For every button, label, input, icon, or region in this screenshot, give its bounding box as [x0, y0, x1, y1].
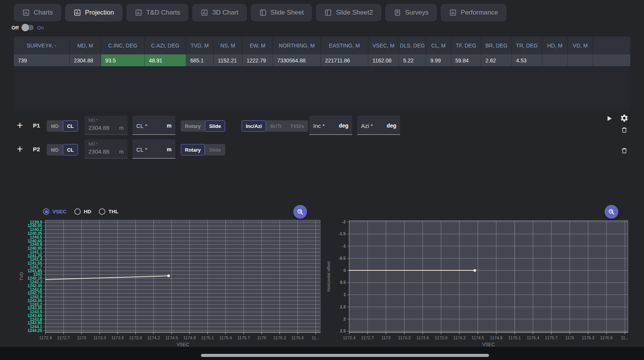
mode-toggle-slide-button[interactable]: Slide [205, 120, 225, 132]
tab-slide-sheet[interactable]: Slide Sheet [251, 4, 312, 21]
field-unit: m [167, 123, 172, 129]
cell-tvd-m[interactable]: 685.1 [186, 54, 214, 66]
settings-button[interactable] [620, 114, 629, 123]
svg-text:1173.6: 1173.6 [111, 335, 124, 340]
svg-text:1175.4: 1175.4 [219, 335, 232, 340]
field-label: MD * [88, 118, 124, 123]
cell-vsec-m[interactable]: 1162.08 [368, 54, 399, 66]
cell-cl-m[interactable]: 9.99 [426, 54, 451, 66]
svg-text:TVD: TVD [19, 272, 24, 280]
cell-survey[interactable]: 739 [14, 54, 70, 66]
md-cl-toggle-md-button[interactable]: MD [47, 144, 63, 155]
tvd-plot-area[interactable]: 1239.91240.051240.21240.351240.51240.651… [14, 203, 320, 348]
field-label: CL * [136, 123, 147, 129]
mode-toggle-rotary-button[interactable]: Rotary [181, 144, 205, 155]
svg-text:1173: 1173 [381, 335, 391, 340]
tab-label: 3D Chart [212, 9, 238, 16]
svg-text:1174.2: 1174.2 [453, 335, 466, 340]
offset-plot-area[interactable]: -2-1.5-1-0.500.511.522.51172.41172.71173… [325, 203, 632, 348]
trash-icon [621, 126, 628, 134]
radio-label: THL [108, 209, 118, 214]
delete-p1-button[interactable] [621, 126, 628, 134]
toggle-switch[interactable] [22, 25, 34, 30]
tab-t-d-charts[interactable]: T&D Charts [126, 4, 189, 21]
svg-text:1174.8: 1174.8 [183, 335, 196, 340]
tab-surveys[interactable]: Surveys [385, 4, 437, 21]
field-label: Inc * [313, 123, 325, 129]
radio-hd[interactable]: HD [74, 208, 92, 215]
mode-toggle-rotary-button[interactable]: Rotary [181, 120, 205, 132]
field-unit: m [167, 146, 172, 152]
cell-md-m[interactable]: 2304.88 [70, 54, 101, 66]
svg-text:1173.9: 1173.9 [435, 335, 448, 340]
cell-hd-m[interactable] [542, 54, 568, 66]
radio-vsec[interactable]: VSEC [43, 208, 67, 215]
md-cl-toggle-cl-button[interactable]: CL [63, 120, 78, 132]
projection-row-p1: +P1MDCLMD *2304.88mCL *mRotarySlideInc/A… [0, 116, 644, 136]
svg-text:1176.3: 1176.3 [582, 335, 595, 340]
md-input[interactable]: MD *2304.88m [85, 139, 127, 159]
cell-easting-m[interactable]: 221711.86 [321, 54, 368, 66]
column-header-tf-deg: TF, DEG [451, 36, 481, 54]
cell-br-deg[interactable]: 2.62 [481, 54, 512, 66]
scrollbar-thumb[interactable] [201, 354, 489, 357]
svg-text:2.5: 2.5 [340, 329, 346, 333]
layout-icon [324, 9, 332, 16]
method-toggle-inc-azi-button[interactable]: Inc/Azi [242, 120, 266, 132]
method-toggle-tf-dls-button[interactable]: Tf/Dls [286, 120, 308, 132]
cell-tr-deg[interactable]: 4.53 [512, 54, 542, 66]
cell-c-inc-deg[interactable]: 93.5 [101, 54, 145, 66]
cell-ns-m[interactable]: 1152.21 [214, 54, 242, 66]
zoom-reset-button[interactable] [293, 205, 307, 219]
add-point-button[interactable]: + [17, 144, 23, 154]
zoom-reset-button[interactable] [605, 205, 618, 219]
delete-p2-button[interactable] [621, 147, 628, 154]
md-cl-toggle-md-button[interactable]: MD [47, 120, 63, 132]
cell-dls-deg[interactable]: 5.22 [399, 54, 426, 66]
toggle-knob[interactable] [21, 24, 29, 31]
projection-row-p2: +P2MDCLMD *2304.88mCL *mRotarySlide [0, 139, 644, 159]
md-cl-toggle-cl-button[interactable]: CL [63, 144, 78, 155]
run-projection-button[interactable] [606, 115, 613, 122]
svg-text:11...: 11... [312, 335, 320, 340]
inc-input[interactable]: Inc *deg [309, 116, 352, 135]
tab-projection[interactable]: Projection [65, 4, 123, 21]
tab-charts[interactable]: Charts [14, 4, 61, 21]
svg-text:1176.3: 1176.3 [273, 335, 286, 340]
column-header-filler [593, 36, 630, 54]
cell-vd-m[interactable] [568, 54, 593, 66]
svg-text:1172.7: 1172.7 [57, 335, 70, 340]
bar-chart-icon [449, 9, 457, 16]
svg-text:1172.4: 1172.4 [39, 335, 52, 340]
azi-input[interactable]: Azi *deg [357, 116, 400, 135]
column-header-ew-m: EW, M [242, 36, 273, 54]
cell-ew-m[interactable]: 1222.79 [242, 54, 273, 66]
add-point-button[interactable]: + [17, 120, 23, 131]
md-cl-toggle: MDCL [47, 120, 78, 132]
cell-tf-deg[interactable]: 59.84 [451, 54, 481, 66]
bottom-scrollbar-track[interactable] [0, 347, 644, 360]
column-header-br-deg: BR, DEG [481, 36, 512, 54]
tab-label: Surveys [405, 9, 428, 16]
cell-northing-m[interactable]: 7330564.88 [273, 54, 321, 66]
radio-icon [99, 208, 105, 215]
svg-text:1: 1 [343, 292, 346, 297]
cell-c-azi-deg[interactable]: 48.91 [145, 54, 186, 66]
svg-text:VSEC: VSEC [482, 342, 495, 347]
svg-text:1175.1: 1175.1 [201, 335, 214, 340]
x-axis-mode-radios: VSECHDTHL [43, 208, 119, 215]
method-toggle-br-tr-button[interactable]: Br/Tr [266, 120, 286, 132]
tab-3d-chart[interactable]: 3D Chart [192, 4, 247, 21]
radio-icon [43, 208, 49, 215]
cl-input[interactable]: CL *m [132, 139, 175, 159]
radio-thl[interactable]: THL [99, 208, 118, 215]
projection-page: ChartsProjectionT&D Charts3D ChartSlide … [0, 0, 644, 360]
cl-input[interactable]: CL *m [132, 116, 175, 135]
tab-performance[interactable]: Performance [441, 4, 506, 21]
document-icon [394, 9, 401, 16]
tab-label: Slide Sheet [271, 9, 304, 16]
mode-toggle-slide-button[interactable]: Slide [205, 144, 225, 155]
tab-slide-sheet2[interactable]: Slide Sheet2 [316, 4, 381, 21]
column-header-c-azi-deg: C.AZI, DEG [145, 36, 186, 54]
md-input[interactable]: MD *2304.88m [85, 116, 127, 135]
